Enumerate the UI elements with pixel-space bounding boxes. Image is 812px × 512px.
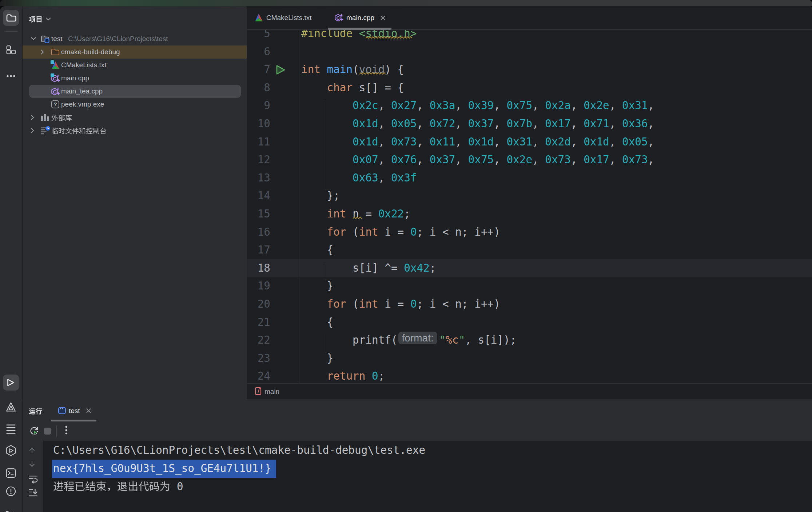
activity-messages-button[interactable]: [3, 421, 19, 437]
tree-item-label: peek.vmp.exe: [61, 98, 104, 111]
line-number: 16: [247, 223, 270, 241]
soft-wrap-button[interactable]: [29, 475, 38, 483]
stop-button[interactable]: [44, 428, 51, 435]
code-line-23: 23 }: [247, 349, 812, 367]
run-console-icon: [58, 407, 66, 414]
tree-item-label: [51, 126, 107, 135]
editor-tab-main.cpp[interactable]: Cmain.cpp: [328, 6, 391, 29]
run-panel-title: [29, 407, 42, 416]
activity-overflow-button[interactable]: [3, 505, 19, 512]
chevron-right-icon[interactable]: [41, 49, 44, 55]
next-occurrence-button[interactable]: [29, 461, 38, 469]
tab-label: CMakeLists.txt: [266, 6, 312, 29]
activity-bar: [0, 6, 22, 512]
activity-run-button[interactable]: [3, 375, 19, 391]
tree-item-test[interactable]: testC:\Users\G16\CLionProjects\test: [23, 32, 247, 45]
tree-item-main_tea.cpp[interactable]: Cmain_tea.cpp: [23, 85, 247, 98]
tree-item-path: C:\Users\G16\CLionProjects\test: [68, 32, 168, 45]
background-window-titlebar: [0, 0, 812, 6]
code-line-18: 18 s[i] ^= 0x42;: [247, 259, 812, 277]
tree-item-peek.vmp.exe[interactable]: ?peek.vmp.exe: [23, 98, 247, 111]
cpp-file-icon: C: [51, 74, 60, 83]
code-editor[interactable]: 5#include <stdio.h>67int main(void) {8 c…: [247, 30, 812, 383]
scroll-to-end-button[interactable]: [29, 489, 38, 497]
open-file-badge: [51, 73, 54, 77]
tree-item-label: test: [51, 32, 63, 45]
activity-problems-button[interactable]: [3, 483, 19, 499]
code-line-22: 22 printf(format:"%c", s[i]);: [247, 331, 812, 349]
console-output[interactable]: C:\Users\G16\CLionProjects\test\cmake-bu…: [43, 441, 812, 512]
background-window-pill: [48, 1, 57, 4]
folder-build-icon: [51, 48, 60, 56]
line-number: 6: [247, 43, 270, 61]
prev-occurrence-button[interactable]: [29, 447, 38, 455]
tree-item-_[interactable]: [23, 111, 247, 124]
chevron-down-icon: [46, 17, 51, 21]
inlay-hint: format:: [398, 332, 437, 344]
tree-item-CMakeLists.txt[interactable]: CMakeLists.txt: [23, 59, 247, 72]
close-icon[interactable]: [86, 408, 91, 413]
editor-tab-bar: CMakeLists.txtCmain.cpp: [247, 6, 812, 30]
cmake-file-icon: [254, 13, 263, 23]
console-line-3: 0: [43, 478, 812, 496]
tree-item-_[interactable]: [23, 124, 247, 137]
line-number: 20: [247, 295, 270, 313]
console-line-2: nex{7hls_G0u9U3t_1S_so_GE4u7l1U1!}: [43, 460, 812, 478]
library-icon: [41, 113, 49, 122]
code-line-16: 16 for (int i = 0; i < n; i++): [247, 223, 812, 241]
line-number: 8: [247, 79, 270, 97]
cmake-file-icon: [51, 61, 60, 69]
tab-label: main.cpp: [346, 6, 374, 29]
exe-file-icon: ?: [51, 100, 60, 109]
editor-tab-CMakeLists.txt[interactable]: CMakeLists.txt: [248, 6, 328, 29]
code-line-20: 20 for (int i = 0; i < n; i++): [247, 295, 812, 313]
code-line-10: 10 0x1d, 0x05, 0x72, 0x37, 0x7b, 0x17, 0…: [247, 115, 812, 133]
tree-item-main.cpp[interactable]: Cmain.cpp: [23, 72, 247, 85]
code-line-9: 9 0x2c, 0x27, 0x3a, 0x39, 0x75, 0x2a, 0x…: [247, 96, 812, 115]
code-line-19: 19 }: [247, 277, 812, 295]
line-number: 7: [247, 60, 270, 79]
more-options-icon[interactable]: [61, 424, 71, 438]
scratch-icon: [41, 126, 49, 135]
tree-item-label: CMakeLists.txt: [61, 59, 107, 72]
line-number: 23: [247, 349, 270, 367]
activity-more-button[interactable]: [3, 68, 19, 84]
code-line-24: 24 return 0;: [247, 367, 812, 383]
chevron-down-icon[interactable]: [31, 37, 36, 40]
breadcrumbs-bar: f main: [247, 383, 812, 399]
active-tab-underline: [328, 28, 391, 30]
close-icon[interactable]: [381, 16, 385, 20]
chevron-right-icon[interactable]: [31, 128, 34, 133]
activity-structure-button[interactable]: [3, 42, 19, 58]
activity-project-button[interactable]: [3, 10, 19, 26]
rerun-button[interactable]: [29, 426, 39, 436]
breadcrumb-item[interactable]: main: [264, 384, 279, 399]
line-number: 13: [247, 169, 270, 187]
toolbar-divider: [56, 425, 57, 437]
console-line-1: C:\Users\G16\CLionProjects\test\cmake-bu…: [43, 441, 812, 460]
line-number: 10: [247, 115, 270, 133]
tree-item-label: [51, 113, 72, 122]
code-line-8: 8 char s[] = {: [247, 79, 812, 97]
cpp-file-icon: C: [51, 87, 60, 96]
folder-project-icon: [41, 35, 49, 43]
code-line-11: 11 0x1d, 0x73, 0x11, 0x1d, 0x31, 0x2d, 0…: [247, 133, 812, 151]
project-panel-title[interactable]: [29, 15, 43, 23]
activity-cmake-button[interactable]: [3, 399, 19, 415]
tree-item-cmake-build-debug[interactable]: cmake-build-debug: [23, 45, 247, 59]
run-gutter-icon[interactable]: [276, 64, 286, 75]
line-number: 17: [247, 241, 270, 259]
code-line-12: 12 0x07, 0x76, 0x37, 0x75, 0x2e, 0x73, 0…: [247, 151, 812, 169]
ide-window: testC:\Users\G16\CLionProjects\testcmake…: [0, 6, 812, 512]
editor-area: CMakeLists.txtCmain.cpp 5#include <stdio…: [247, 6, 812, 399]
svg-text:C: C: [337, 15, 340, 21]
tree-item-label: main.cpp: [61, 72, 89, 85]
svg-text:C: C: [53, 89, 57, 95]
line-number: 5: [247, 30, 270, 43]
activity-terminal-button[interactable]: [3, 465, 19, 481]
line-number: 24: [247, 367, 270, 383]
activity-services-button[interactable]: [3, 443, 19, 459]
chevron-right-icon[interactable]: [31, 115, 34, 120]
function-icon: f: [255, 387, 261, 395]
code-line-14: 14 };: [247, 187, 812, 205]
